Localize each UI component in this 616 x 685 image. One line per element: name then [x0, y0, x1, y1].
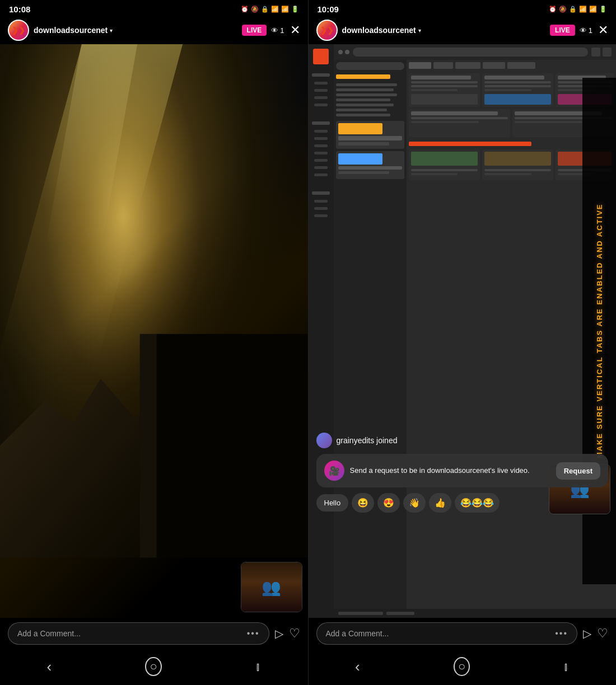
- website-top-bar: [334, 44, 617, 60]
- left-phone-panel: 10:08 ⏰ 🔕 🔒 📶 📶 🔋 ❯❯ downloadsourcenet ▾…: [0, 0, 308, 685]
- right-join-comment: grainyedits joined: [316, 433, 609, 448]
- left-thumb-figures: 👥: [262, 578, 281, 597]
- website-left-col: [334, 60, 407, 609]
- right-send-button[interactable]: ▷: [583, 627, 591, 640]
- right-back-button[interactable]: ‹: [355, 658, 360, 675]
- request-icon: 🎥: [324, 461, 344, 481]
- wifi-icon: 📶: [271, 6, 279, 13]
- left-content-area: 👥: [0, 44, 308, 618]
- right-phone-panel: 10:09 ⏰ 🔕 🔒 📶 📶 🔋 ❯❯ downloadsourcenet ▾…: [309, 0, 617, 685]
- left-home-button[interactable]: ○: [145, 657, 161, 676]
- request-emoji: 🎥: [329, 466, 340, 476]
- left-thumb-inner: 👥: [241, 562, 302, 612]
- reaction-laugh[interactable]: 😆: [352, 493, 374, 513]
- website-main: [334, 60, 617, 609]
- left-dots-button[interactable]: •••: [247, 628, 260, 639]
- right-header-bar: ❯❯ downloadsourcenet ▾ LIVE 👁 1 ✕: [309, 16, 617, 44]
- right-content-area: MAKE SURE VERTICAL TABS ARE ENABLED AND …: [309, 44, 617, 618]
- right-mute-icon: 🔕: [559, 6, 567, 13]
- right-status-icons: ⏰ 🔕 🔒 📶 📶 🔋: [549, 6, 607, 13]
- left-username-row[interactable]: downloadsourcenet ▾: [34, 26, 242, 35]
- right-heart-button[interactable]: ♡: [597, 626, 608, 641]
- right-alarm-icon: ⏰: [549, 6, 557, 13]
- left-avatar-chevron: ❯❯: [12, 26, 25, 34]
- battery-icon: 🔋: [291, 6, 299, 13]
- reaction-hello[interactable]: Hello: [316, 494, 349, 512]
- request-text: Send a request to be in downloadsourcene…: [350, 466, 550, 476]
- right-live-badge: LIVE: [550, 25, 575, 36]
- left-menu-button[interactable]: ⫿: [255, 660, 261, 673]
- right-wifi-icon: 📶: [579, 6, 587, 13]
- right-comment-placeholder: Add a Comment...: [326, 629, 389, 638]
- website-content: [334, 44, 617, 618]
- right-comment-input[interactable]: Add a Comment... •••: [316, 622, 578, 645]
- right-home-button[interactable]: ○: [454, 657, 470, 676]
- right-comments-overlay: grainyedits joined 🎥 Send a request to b…: [316, 433, 609, 517]
- left-status-bar: 10:08 ⏰ 🔕 🔒 📶 📶 🔋: [0, 0, 308, 16]
- commenter-avatar: [316, 433, 332, 448]
- right-bottom-bar: Add a Comment... ••• ▷ ♡: [309, 618, 617, 650]
- right-dots-button[interactable]: •••: [555, 628, 568, 639]
- left-bottom-bar: Add a Comment... ••• ▷ ♡: [0, 618, 308, 650]
- right-status-time: 10:09: [318, 4, 339, 14]
- lock-icon: 🔒: [261, 6, 269, 13]
- reaction-love[interactable]: 😍: [377, 493, 400, 513]
- big-overlay-text: MAKE SURE VERTICAL TABS ARE ENABLED AND …: [595, 204, 604, 459]
- left-avatar: ❯❯: [8, 20, 29, 41]
- right-avatar-chevron: ❯❯: [320, 26, 334, 34]
- right-nav-bar: ‹ ○ ⫿: [309, 650, 617, 685]
- right-menu-button[interactable]: ⫿: [563, 660, 569, 673]
- right-viewer-count: 👁 1: [580, 26, 592, 35]
- left-comment-placeholder: Add a Comment...: [17, 629, 81, 638]
- right-chevron-down-icon: ▾: [418, 27, 421, 34]
- right-lock-icon: 🔒: [569, 6, 577, 13]
- request-button[interactable]: Request: [556, 462, 600, 480]
- left-live-badge: LIVE: [242, 25, 267, 36]
- right-battery-icon: 🔋: [599, 6, 607, 13]
- left-eye-icon: 👁: [271, 26, 278, 35]
- left-status-time: 10:08: [9, 4, 30, 14]
- left-corner-thumbnail: 👥: [241, 562, 302, 612]
- left-chevron-down-icon: ▾: [110, 27, 113, 34]
- reaction-wave[interactable]: 👋: [403, 493, 426, 513]
- right-avatar: ❯❯: [316, 20, 338, 41]
- website-sidebar: [309, 44, 334, 618]
- left-comment-input[interactable]: Add a Comment... •••: [8, 622, 269, 645]
- right-close-button[interactable]: ✕: [598, 23, 608, 37]
- right-status-bar: 10:09 ⏰ 🔕 🔒 📶 📶 🔋: [309, 0, 617, 16]
- left-back-button[interactable]: ‹: [47, 658, 52, 675]
- signal-icon: 📶: [281, 6, 289, 13]
- right-username: downloadsourcenet: [342, 26, 416, 35]
- alarm-icon: ⏰: [241, 6, 249, 13]
- website-overlay: [309, 44, 617, 618]
- join-comment-text: grainyedits joined: [337, 436, 398, 445]
- left-close-button[interactable]: ✕: [290, 23, 300, 37]
- right-reactions-bar: Hello 😆 😍 👋 👍 😂😂😂: [316, 493, 609, 513]
- left-heart-button[interactable]: ♡: [289, 626, 300, 641]
- left-nav-bar: ‹ ○ ⫿: [0, 650, 308, 685]
- left-header-bar: ❯❯ downloadsourcenet ▾ LIVE 👁 1 ✕: [0, 16, 308, 44]
- left-status-icons: ⏰ 🔕 🔒 📶 📶 🔋: [241, 6, 299, 13]
- right-username-row[interactable]: downloadsourcenet ▾: [342, 26, 550, 35]
- left-viewer-count: 👁 1: [271, 26, 284, 35]
- left-send-button[interactable]: ▷: [275, 627, 283, 640]
- reaction-thumbs-up[interactable]: 👍: [429, 493, 451, 513]
- right-eye-icon: 👁: [580, 26, 587, 35]
- right-signal-icon: 📶: [589, 6, 597, 13]
- left-username: downloadsourcenet: [34, 26, 108, 35]
- mute-icon: 🔕: [251, 6, 259, 13]
- right-request-banner: 🎥 Send a request to be in downloadsource…: [316, 454, 609, 487]
- reaction-laughing[interactable]: 😂😂😂: [455, 493, 500, 513]
